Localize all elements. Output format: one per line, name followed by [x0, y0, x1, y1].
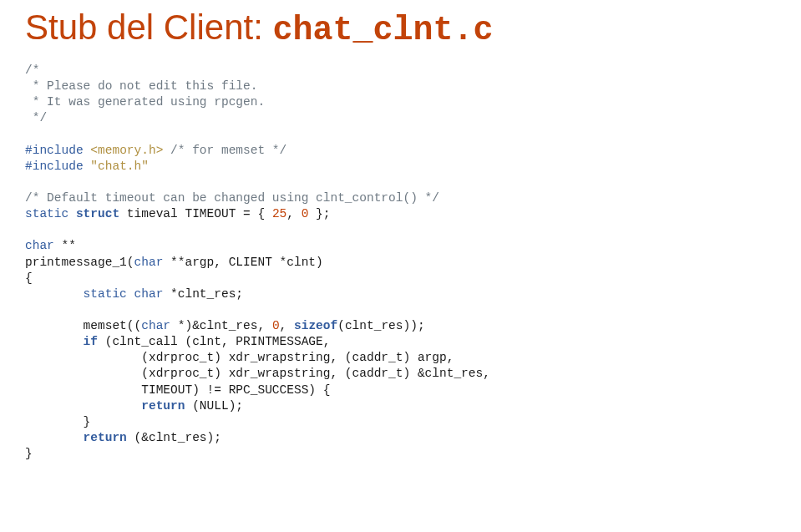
code-token: <memory.h>: [84, 144, 170, 157]
code-token: char: [25, 239, 54, 252]
code-line: (xdrproc_t) xdr_wrapstring, (caddr_t) &c…: [25, 367, 490, 380]
code-token: 25: [272, 207, 286, 220]
code-token: static: [25, 287, 127, 301]
code-token: (&clnt_res);: [127, 431, 221, 444]
code-token: /* for memset */: [170, 144, 286, 157]
code-token: return: [25, 399, 185, 413]
code-line: }: [25, 415, 90, 428]
code-token: **argp, CLIENT *clnt): [163, 256, 322, 269]
code-token: ,: [280, 319, 294, 332]
code-token: static: [25, 207, 68, 220]
code-token: if: [25, 335, 98, 348]
code-line: /* Default timeout can be changed using …: [25, 191, 439, 205]
code-token: (clnt_call (clnt, PRINTMESSAGE,: [98, 335, 330, 348]
code-token: return: [25, 431, 127, 444]
code-token: char: [127, 287, 164, 301]
code-token: #include: [25, 160, 84, 173]
code-line: /*: [25, 63, 39, 77]
page-title: Stub del Client: chat_clnt.c: [25, 8, 776, 49]
code-token: struct: [68, 207, 119, 220]
code-token: char: [141, 319, 170, 332]
code-token: ,: [286, 207, 301, 220]
code-token: *)&clnt_res,: [170, 319, 272, 332]
code-line: TIMEOUT) != RPC_SUCCESS) {: [25, 383, 330, 397]
code-block: /* * Please do not edit this file. * It …: [25, 63, 776, 462]
code-line: * It was generated using rpcgen.: [25, 95, 265, 109]
slide-page: Stub del Client: chat_clnt.c /* * Please…: [0, 0, 801, 462]
code-line: */: [25, 111, 47, 124]
code-token: *clnt_res;: [163, 287, 243, 301]
code-token: (clnt_res));: [337, 319, 424, 332]
code-token: sizeof: [294, 319, 337, 332]
code-token: char: [134, 256, 164, 269]
title-sans: Stub del Client:: [25, 8, 273, 47]
code-line: }: [25, 447, 33, 460]
title-mono: chat_clnt.c: [273, 12, 494, 49]
code-token: "chat.h": [84, 160, 149, 173]
code-token: **: [54, 239, 76, 252]
code-line: {: [25, 271, 33, 285]
code-token: #include: [25, 144, 84, 157]
code-line: (xdrproc_t) xdr_wrapstring, (caddr_t) ar…: [25, 351, 454, 364]
code-line: * Please do not edit this file.: [25, 79, 257, 93]
code-token: timeval TIMEOUT = {: [119, 207, 272, 220]
code-token: printmessage_1(: [25, 256, 134, 269]
code-token: (NULL);: [185, 399, 243, 413]
code-token: 0: [272, 319, 280, 332]
code-token: memset((: [25, 319, 141, 332]
code-token: };: [308, 207, 330, 220]
